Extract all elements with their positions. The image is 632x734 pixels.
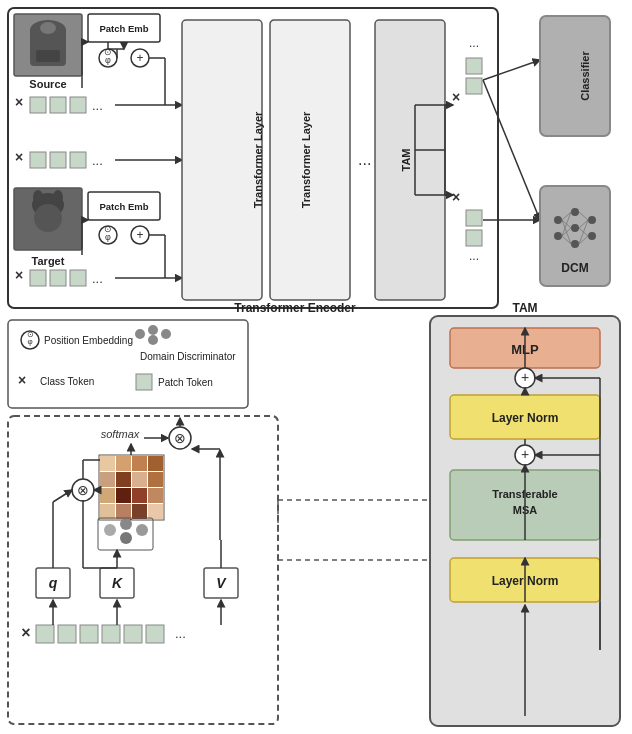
- msa-plus-symbol: +: [521, 446, 529, 462]
- legend-patch-icon: [136, 374, 152, 390]
- patch-emb-bottom-label: Patch Emb: [99, 201, 148, 212]
- left-cross-symbol: ⊗: [77, 482, 89, 498]
- attn-cell-0-0: [100, 456, 115, 471]
- mlp-box: [450, 328, 600, 368]
- src-tok-1: [30, 97, 46, 113]
- nn-dot-2: [554, 232, 562, 240]
- legend-dd-dot1: [135, 329, 145, 339]
- plus-symbol-bottom: +: [136, 228, 143, 242]
- mid-x-token: ×: [15, 149, 23, 165]
- tgt-tok-1: [30, 270, 46, 286]
- src-dots: ...: [92, 98, 103, 113]
- attn-cell-2-2: [132, 488, 147, 503]
- mlp-plus-symbol: +: [521, 369, 529, 385]
- svg-text:φ: φ: [105, 232, 111, 242]
- legend-dd-dot3: [148, 335, 158, 345]
- tam-panel: [430, 316, 620, 726]
- patch-emb-top: [88, 14, 160, 42]
- plus-circle-top: [131, 49, 149, 67]
- attention-area: [8, 416, 278, 724]
- attn-cell-1-1: [116, 472, 131, 487]
- out-dots-top: ...: [469, 36, 479, 50]
- to-classifier: [483, 60, 540, 80]
- pos-emb-circle-bottom: [99, 226, 117, 244]
- svg-point-0: [30, 20, 66, 40]
- attn-cell-1-0: [100, 472, 115, 487]
- svg-point-3: [40, 22, 56, 34]
- dcm-box: [540, 186, 610, 286]
- q-label: q: [49, 575, 58, 591]
- bot-tok-3: [80, 625, 98, 643]
- left-cross-circle: [72, 479, 94, 501]
- src-tok-3: [70, 97, 86, 113]
- pos-symbol-top: ⊙: [104, 47, 112, 57]
- bot-tok-1: [36, 625, 54, 643]
- nn-line-4: [562, 212, 571, 236]
- dd-circ-1: [104, 524, 116, 536]
- mid-dots: ...: [92, 153, 103, 168]
- svg-point-8: [34, 204, 62, 232]
- tam-panel-title: TAM: [512, 301, 537, 315]
- layer-norm-bottom-label: Layer Norm: [492, 574, 559, 588]
- attn-cell-3-1: [116, 504, 131, 519]
- nn-line-9: [579, 228, 588, 236]
- attn-matrix-border: [99, 455, 164, 520]
- nn-line-7: [579, 212, 588, 220]
- mlp-label: MLP: [511, 342, 539, 357]
- src-tok-2: [50, 97, 66, 113]
- patch-emb-top-label: Patch Emb: [99, 23, 148, 34]
- plus-symbol-top: +: [136, 51, 143, 65]
- attn-cell-3-2: [132, 504, 147, 519]
- svg-text:⊙: ⊙: [104, 224, 112, 234]
- tgt-tok-3: [70, 270, 86, 286]
- out-tok-bot-1: [466, 210, 482, 226]
- classifier-label: Classifier: [579, 51, 591, 101]
- legend-class-icon: ×: [18, 372, 26, 388]
- attn-cell-2-0: [100, 488, 115, 503]
- source-x-token: ×: [15, 94, 23, 110]
- output-x-top: ×: [452, 89, 460, 105]
- legend-dd-dot2: [148, 325, 158, 335]
- softmax-cross-circle: [169, 427, 191, 449]
- layer-norm-top-box: [450, 395, 600, 439]
- legend-dd-dot4: [161, 329, 171, 339]
- tam-layer: [375, 20, 445, 300]
- attn-cell-3-3: [148, 504, 163, 519]
- target-x-token: ×: [15, 267, 23, 283]
- nn-line-5: [562, 228, 571, 236]
- dd-circ-3: [136, 524, 148, 536]
- patch-emb-bottom: [88, 192, 160, 220]
- target-image: [14, 188, 82, 250]
- nn-line-3: [562, 220, 571, 244]
- source-image: [14, 14, 82, 76]
- svg-text:φ: φ: [27, 337, 32, 346]
- classifier-box: [540, 16, 610, 136]
- mid-tok-1: [30, 152, 46, 168]
- msa-box: [450, 470, 600, 540]
- to-dcm-from-top: [483, 80, 540, 220]
- tgt-dots: ...: [92, 271, 103, 286]
- dd-circ-2: [120, 518, 132, 530]
- bot-tok-6: [146, 625, 164, 643]
- mlp-plus-circle: [515, 368, 535, 388]
- bot-tok-2: [58, 625, 76, 643]
- mid-tok-3: [70, 152, 86, 168]
- svg-point-5: [32, 193, 64, 217]
- attn-cell-0-3: [148, 456, 163, 471]
- svg-text:φ: φ: [105, 55, 111, 65]
- msa-label-line1: Transferable: [492, 488, 557, 500]
- out-tok-top-2: [466, 78, 482, 94]
- attn-cell-2-1: [116, 488, 131, 503]
- softmax-cross-symbol: ⊗: [174, 430, 186, 446]
- nn-line-6: [562, 236, 571, 244]
- source-label: Source: [29, 78, 66, 90]
- layer-dots: ...: [358, 151, 371, 168]
- nn-dot-4: [571, 224, 579, 232]
- transformer-layer-2-label: Transformer Layer: [300, 111, 312, 208]
- attn-cell-1-3: [148, 472, 163, 487]
- dcm-label: DCM: [561, 261, 588, 275]
- dd-circ-4: [120, 532, 132, 544]
- nn-line-8: [579, 220, 588, 228]
- nn-line-10: [579, 236, 588, 244]
- svg-point-7: [53, 190, 63, 204]
